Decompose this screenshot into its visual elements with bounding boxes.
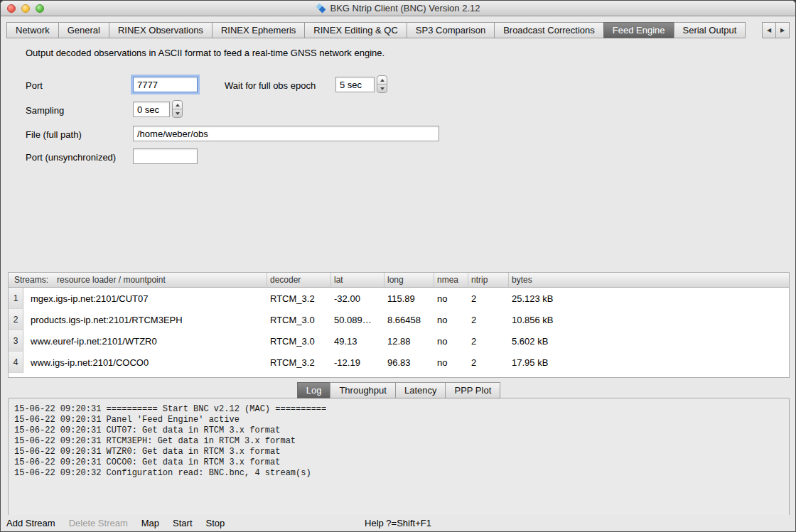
stream-ntrip: 2 (468, 330, 509, 352)
stream-bytes: 25.123 kB (509, 288, 789, 309)
tab-log[interactable]: Log (297, 382, 331, 398)
wait-epoch-input[interactable] (335, 77, 375, 92)
column-header-long[interactable]: long (384, 273, 434, 287)
streams-label: Streams: (14, 275, 48, 285)
stream-nmea: no (434, 352, 468, 373)
tab-general[interactable]: General (58, 22, 109, 38)
stream-lat: 50.089… (331, 309, 384, 330)
tab-network[interactable]: Network (6, 22, 59, 38)
streams-table-body: 1mgex.igs-ip.net:2101/CUT07RTCM_3.2-32.0… (9, 288, 789, 373)
stream-ntrip: 2 (468, 309, 509, 330)
stream-mountpoint: products.igs-ip.net:2101/RTCM3EPH (23, 309, 267, 330)
stream-nmea: no (434, 330, 468, 352)
stream-mountpoint: www.euref-ip.net:2101/WTZR0 (23, 330, 267, 352)
tab-broadcast-corrections[interactable]: Broadcast Corrections (494, 22, 604, 38)
file-path-label: File (full path) (26, 129, 82, 140)
tab-rinex-observations[interactable]: RINEX Observations (109, 22, 213, 38)
port-unsync-label: Port (unsynchronized) (26, 152, 116, 163)
sampling-stepper-up[interactable] (173, 101, 182, 109)
tab-rinex-editing-qc[interactable]: RINEX Editing & QC (304, 22, 407, 38)
stream-long: 115.89 (384, 288, 434, 309)
stream-lat: 49.13 (331, 330, 384, 352)
wait-epoch-label: Wait for full obs epoch (225, 80, 316, 91)
stream-long: 8.66458 (384, 309, 434, 330)
row-number: 3 (9, 330, 23, 352)
log-line: 15-06-22 09:20:31 WTZR0: Get data in RTC… (14, 447, 326, 457)
table-row[interactable]: 2products.igs-ip.net:2101/RTCM3EPHRTCM_3… (9, 309, 789, 330)
sampling-input[interactable] (133, 102, 170, 117)
stream-nmea: no (434, 309, 468, 330)
column-header-bytes[interactable]: bytes (509, 273, 789, 287)
log-line: 15-06-22 09:20:31 Panel 'Feed Engine' ac… (14, 415, 326, 425)
log-line: 15-06-22 09:20:32 Configuration read: BN… (14, 468, 326, 479)
log-line: 15-06-22 09:20:31 CUT07: Get data in RTC… (14, 425, 326, 436)
sampling-stepper-down[interactable] (173, 109, 182, 117)
stream-bytes: 5.602 kB (509, 330, 789, 352)
wait-epoch-stepper (377, 75, 387, 93)
tab-scroll-left-button[interactable]: ◀ (762, 22, 776, 38)
wait-epoch-stepper-down[interactable] (377, 85, 387, 92)
log-tab-bar: LogThroughputLatencyPPP Plot (1, 382, 796, 398)
stream-long: 12.88 (384, 330, 434, 352)
tab-rinex-ephemeris[interactable]: RINEX Ephemeris (212, 22, 305, 38)
stream-decoder: RTCM_3.2 (267, 352, 331, 373)
log-line: 15-06-22 09:20:31 RTCM3EPH: Get data in … (14, 436, 326, 447)
window-title: BKG Ntrip Client (BNC) Version 2.12 (330, 3, 480, 13)
log-panel: 15-06-22 09:20:31 ========== Start BNC v… (8, 398, 790, 516)
panel-description: Output decoded observations in ASCII for… (26, 48, 384, 58)
arrow-down-icon (176, 112, 180, 115)
title-area: BKG Ntrip Client (BNC) Version 2.12 (1, 1, 795, 16)
stream-ntrip: 2 (468, 288, 509, 309)
log-output: 15-06-22 09:20:31 ========== Start BNC v… (14, 404, 326, 479)
app-icon (316, 4, 326, 13)
column-header-decoder[interactable]: decoder (267, 273, 331, 287)
start-button[interactable]: Start (173, 518, 192, 528)
sampling-stepper (172, 100, 183, 118)
row-number: 4 (9, 352, 23, 373)
tab-latency[interactable]: Latency (395, 382, 446, 398)
arrow-up-icon (380, 79, 384, 82)
tab-serial-output[interactable]: Serial Output (674, 22, 746, 38)
stream-decoder: RTCM_3.2 (267, 288, 331, 309)
stream-decoder: RTCM_3.0 (267, 330, 331, 352)
streams-table-header: Streams:resource loader / mountpointdeco… (9, 273, 789, 288)
column-header-ntrip[interactable]: ntrip (468, 273, 509, 287)
stream-nmea: no (434, 288, 468, 309)
sampling-label: Sampling (26, 105, 64, 116)
tab-scroll-right-button[interactable]: ▶ (775, 22, 790, 38)
help-hint: Help ?=Shift+F1 (365, 518, 431, 528)
title-bar[interactable]: BKG Ntrip Client (BNC) Version 2.12 (1, 1, 795, 16)
table-row[interactable]: 1mgex.igs-ip.net:2101/CUT07RTCM_3.2-32.0… (9, 288, 789, 309)
column-header-lat[interactable]: lat (331, 273, 384, 287)
table-row[interactable]: 4www.igs-ip.net:2101/COCO0RTCM_3.2-12.19… (9, 352, 789, 373)
column-header-text: resource loader / mountpoint (57, 275, 166, 285)
file-path-input[interactable] (133, 126, 439, 141)
streams-table: Streams:resource loader / mountpointdeco… (8, 272, 790, 378)
tab-feed-engine[interactable]: Feed Engine (603, 22, 674, 38)
stream-mountpoint: www.igs-ip.net:2101/COCO0 (23, 352, 267, 373)
port-input[interactable] (133, 77, 198, 92)
bottom-toolbar: Add StreamDelete StreamMapStartStop Help… (1, 515, 795, 531)
add-stream-button[interactable]: Add Stream (6, 518, 55, 528)
stream-lat: -32.00 (331, 288, 384, 309)
stream-lat: -12.19 (331, 352, 384, 373)
tab-sp3-comparison[interactable]: SP3 Comparison (407, 22, 495, 38)
stream-long: 96.83 (384, 352, 434, 373)
map-button[interactable]: Map (141, 518, 159, 528)
column-header-nmea[interactable]: nmea (434, 273, 468, 287)
log-line: 15-06-22 09:20:31 ========== Start BNC v… (14, 404, 326, 415)
tab-ppp-plot[interactable]: PPP Plot (445, 382, 500, 398)
stream-ntrip: 2 (468, 352, 509, 373)
port-unsync-input[interactable] (133, 148, 198, 164)
log-line: 15-06-22 09:20:31 COCO0: Get data in RTC… (14, 457, 326, 468)
stop-button[interactable]: Stop (206, 518, 225, 528)
tab-scroll-group: ◀ ▶ (763, 22, 790, 38)
main-tab-bar: NetworkGeneralRINEX ObservationsRINEX Ep… (6, 22, 790, 38)
app-window: BKG Ntrip Client (BNC) Version 2.12 Netw… (0, 0, 796, 532)
tab-throughput[interactable]: Throughput (330, 382, 396, 398)
stream-decoder: RTCM_3.0 (267, 309, 331, 330)
wait-epoch-stepper-up[interactable] (377, 76, 387, 85)
column-header-mountpoint[interactable]: Streams:resource loader / mountpoint (9, 273, 267, 287)
table-row[interactable]: 3www.euref-ip.net:2101/WTZR0RTCM_3.049.1… (9, 330, 789, 352)
arrow-up-icon (176, 104, 180, 107)
